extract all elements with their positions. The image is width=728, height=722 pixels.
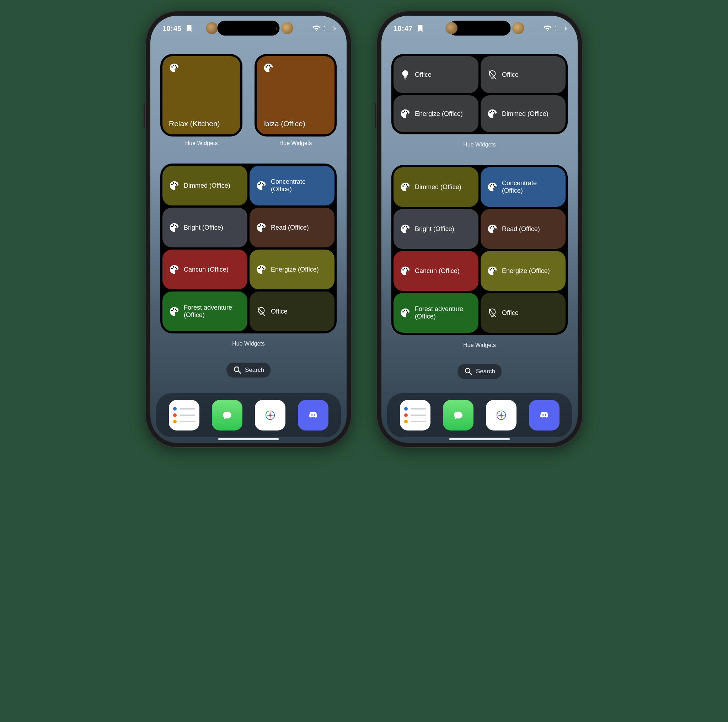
palette-icon [487,109,498,119]
search-label: Search [476,368,495,375]
dock-app-safari[interactable] [486,400,517,430]
scene-widget-ibiza-office[interactable]: Ibiza (Office) [254,54,336,136]
status-bar: 10:45 › [150,16,347,38]
quick-action-cell[interactable]: Office [393,56,479,93]
wifi-icon [312,24,321,33]
widget-caption: Hue Widgets [160,140,242,147]
palette-icon [487,266,498,276]
scene-label: Bright (Office) [184,224,223,231]
scene-cell[interactable]: Concentrate (Office) [480,167,566,207]
scene-cell[interactable]: Bright (Office) [162,208,248,248]
messages-icon [222,405,232,425]
scenes-grid-widget[interactable]: Dimmed (Office)Concentrate (Office)Brigh… [392,165,568,335]
home-indicator[interactable] [449,438,510,440]
scene-cell[interactable]: Forest adventure (Office) [162,292,248,331]
bulb-off-icon [256,306,267,317]
screen: 10:45 › Relax (Kitchen) [150,16,347,443]
small-widgets-row: Relax (Kitchen) Ibiza (Office) [160,54,336,136]
scene-label: Cancun (Office) [415,267,460,275]
home-search[interactable]: Search [457,364,502,379]
safari-icon [496,403,506,428]
dock-app-safari[interactable] [255,400,286,430]
palette-icon [169,306,179,317]
quick-action-cell[interactable]: Dimmed (Office) [480,95,566,132]
scene-cell[interactable]: Concentrate (Office) [249,166,335,205]
scene-label: Concentrate (Office) [271,178,328,193]
scene-label: Cancun (Office) [184,266,229,273]
quick-action-label: Energize (Office) [415,110,463,118]
discord-icon [308,405,318,425]
bulb-off-icon [487,307,498,318]
scene-cell[interactable]: Read (Office) [480,209,566,249]
palette-icon [256,180,267,191]
scene-label: Energize (Office) [271,266,319,273]
palette-icon [263,63,274,73]
home-indicator[interactable] [218,438,279,440]
scene-cell[interactable]: Energize (Office) [249,249,335,289]
widget-caption: Hue Widgets [254,140,336,147]
palette-icon [169,264,179,275]
bulb-on-icon [400,69,411,80]
bookmark-icon [185,24,194,33]
search-icon [233,366,242,375]
dynamic-island[interactable]: › [449,21,511,35]
phone-left: 10:45 › Relax (Kitchen) [145,11,352,448]
scenes-grid-widget[interactable]: Dimmed (Office)Concentrate (Office)Brigh… [160,164,336,333]
palette-icon [487,182,498,192]
scene-cell[interactable]: Office [480,293,566,333]
widget-caption: Hue Widgets [392,342,568,349]
phone-right: 10:47 › OfficeOfficeEnergize (Office)Dim… [376,11,583,448]
scene-label: Concentrate (Office) [502,179,559,194]
bulb-off-icon [487,69,498,80]
palette-icon [169,222,179,233]
palette-icon [256,264,267,275]
dynamic-island[interactable]: › [217,21,280,35]
palette-icon [256,222,267,233]
scene-label: Bright (Office) [415,225,454,233]
scene-label: Dimmed (Office) [184,182,230,190]
dock-app-reminders[interactable] [400,400,430,430]
safari-icon [265,403,275,428]
dock-app-reminders[interactable] [169,400,199,430]
search-label: Search [245,367,264,373]
scene-cell[interactable]: Dimmed (Office) [393,167,479,207]
scene-label: Office [502,309,518,317]
quick-action-label: Office [415,71,431,78]
dock [156,393,341,437]
live-activity-avatar[interactable] [206,22,218,34]
quick-actions-widget[interactable]: OfficeOfficeEnergize (Office)Dimmed (Off… [392,54,568,135]
widget-caption: Hue Widgets [392,141,568,148]
dock-app-discord[interactable] [298,400,329,430]
scene-label: Read (Office) [271,224,309,231]
scene-cell[interactable]: Forest adventure (Office) [393,293,479,333]
live-activity-avatar-right[interactable] [281,22,293,34]
quick-action-cell[interactable]: Office [480,56,566,93]
scene-label: Forest adventure (Office) [415,305,472,320]
palette-icon [169,63,179,73]
scene-cell[interactable]: Office [249,292,335,331]
live-activity-avatar[interactable] [445,22,457,34]
scene-cell[interactable]: Cancun (Office) [393,251,479,291]
widget-caption: Hue Widgets [160,341,336,347]
scene-widget-relax-kitchen[interactable]: Relax (Kitchen) [160,54,242,136]
scene-cell[interactable]: Bright (Office) [393,209,479,249]
battery-icon [555,26,566,31]
dock-app-discord[interactable] [529,400,560,430]
search-icon [464,367,473,376]
dock-app-messages[interactable] [443,400,474,430]
palette-icon [400,109,411,119]
palette-icon [400,266,411,276]
battery-icon [324,26,335,31]
scene-cell[interactable]: Read (Office) [249,208,335,248]
status-time: 10:45 [162,24,182,33]
live-activity-avatar-right[interactable] [512,22,524,34]
dock-app-messages[interactable] [212,400,242,430]
discord-icon [539,405,549,425]
scene-cell[interactable]: Dimmed (Office) [162,166,248,205]
scene-cell[interactable]: Energize (Office) [480,251,566,291]
scene-cell[interactable]: Cancun (Office) [162,249,248,289]
quick-action-cell[interactable]: Energize (Office) [393,95,479,132]
scene-label: Dimmed (Office) [415,184,461,191]
home-search[interactable]: Search [226,363,271,378]
palette-icon [400,223,411,234]
